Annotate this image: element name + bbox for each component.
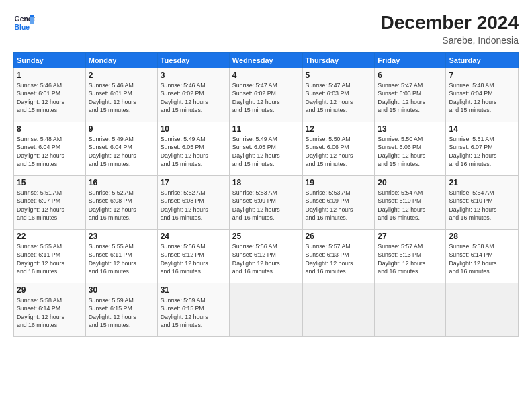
day-info: Sunrise: 5:57 AM Sunset: 6:13 PM Dayligh… <box>378 242 443 275</box>
table-row <box>446 283 519 337</box>
col-thursday: Thursday <box>302 53 375 68</box>
table-row: 30Sunrise: 5:59 AM Sunset: 6:15 PM Dayli… <box>85 283 157 337</box>
table-row: 20Sunrise: 5:54 AM Sunset: 6:10 PM Dayli… <box>375 176 446 230</box>
table-row: 24Sunrise: 5:56 AM Sunset: 6:12 PM Dayli… <box>157 230 229 283</box>
day-number: 29 <box>17 285 83 295</box>
day-info: Sunrise: 5:46 AM Sunset: 6:01 PM Dayligh… <box>17 81 83 114</box>
day-number: 15 <box>17 178 83 187</box>
day-info: Sunrise: 5:54 AM Sunset: 6:10 PM Dayligh… <box>449 189 515 222</box>
day-info: Sunrise: 5:49 AM Sunset: 6:04 PM Dayligh… <box>89 135 154 168</box>
day-info: Sunrise: 5:58 AM Sunset: 6:14 PM Dayligh… <box>449 242 515 275</box>
table-row: 13Sunrise: 5:50 AM Sunset: 6:06 PM Dayli… <box>375 122 446 176</box>
day-number: 28 <box>449 232 515 241</box>
logo: General Blue <box>13 12 35 34</box>
table-row: 14Sunrise: 5:51 AM Sunset: 6:07 PM Dayli… <box>446 122 519 176</box>
day-number: 3 <box>161 71 226 80</box>
day-info: Sunrise: 5:58 AM Sunset: 6:14 PM Dayligh… <box>17 296 83 329</box>
table-row: 5Sunrise: 5:47 AM Sunset: 6:03 PM Daylig… <box>302 68 375 122</box>
day-info: Sunrise: 5:59 AM Sunset: 6:15 PM Dayligh… <box>89 296 154 329</box>
table-row: 12Sunrise: 5:50 AM Sunset: 6:06 PM Dayli… <box>302 122 375 176</box>
table-row: 17Sunrise: 5:52 AM Sunset: 6:08 PM Dayli… <box>157 176 229 230</box>
day-number: 25 <box>232 232 300 241</box>
day-info: Sunrise: 5:52 AM Sunset: 6:08 PM Dayligh… <box>161 189 226 222</box>
day-number: 9 <box>89 124 154 134</box>
day-info: Sunrise: 5:53 AM Sunset: 6:09 PM Dayligh… <box>232 189 300 222</box>
day-info: Sunrise: 5:48 AM Sunset: 6:04 PM Dayligh… <box>449 81 515 114</box>
day-number: 17 <box>161 178 226 187</box>
day-info: Sunrise: 5:50 AM Sunset: 6:06 PM Dayligh… <box>306 135 372 168</box>
col-saturday: Saturday <box>446 53 519 68</box>
day-number: 16 <box>89 178 154 187</box>
day-info: Sunrise: 5:46 AM Sunset: 6:02 PM Dayligh… <box>161 81 226 114</box>
table-row: 31Sunrise: 5:59 AM Sunset: 6:15 PM Dayli… <box>157 283 229 337</box>
table-row: 15Sunrise: 5:51 AM Sunset: 6:07 PM Dayli… <box>14 176 86 230</box>
col-tuesday: Tuesday <box>157 53 229 68</box>
table-row: 21Sunrise: 5:54 AM Sunset: 6:10 PM Dayli… <box>446 176 519 230</box>
day-info: Sunrise: 5:46 AM Sunset: 6:01 PM Dayligh… <box>89 81 154 114</box>
table-row: 8Sunrise: 5:48 AM Sunset: 6:04 PM Daylig… <box>14 122 86 176</box>
day-number: 19 <box>306 178 372 187</box>
day-info: Sunrise: 5:52 AM Sunset: 6:08 PM Dayligh… <box>89 189 154 222</box>
day-number: 21 <box>449 178 515 187</box>
day-info: Sunrise: 5:56 AM Sunset: 6:12 PM Dayligh… <box>232 242 300 275</box>
day-number: 18 <box>232 178 300 187</box>
page: General Blue December 2024 Sarebe, Indon… <box>0 0 532 411</box>
table-row: 2Sunrise: 5:46 AM Sunset: 6:01 PM Daylig… <box>85 68 157 122</box>
table-row: 1Sunrise: 5:46 AM Sunset: 6:01 PM Daylig… <box>14 68 86 122</box>
day-info: Sunrise: 5:48 AM Sunset: 6:04 PM Dayligh… <box>17 135 83 168</box>
day-info: Sunrise: 5:50 AM Sunset: 6:06 PM Dayligh… <box>378 135 443 168</box>
day-number: 23 <box>89 232 154 241</box>
day-number: 10 <box>161 124 226 134</box>
table-row: 27Sunrise: 5:57 AM Sunset: 6:13 PM Dayli… <box>375 230 446 283</box>
day-number: 8 <box>17 124 83 134</box>
day-info: Sunrise: 5:49 AM Sunset: 6:05 PM Dayligh… <box>232 135 300 168</box>
table-row: 28Sunrise: 5:58 AM Sunset: 6:14 PM Dayli… <box>446 230 519 283</box>
day-info: Sunrise: 5:47 AM Sunset: 6:02 PM Dayligh… <box>232 81 300 114</box>
day-info: Sunrise: 5:55 AM Sunset: 6:11 PM Dayligh… <box>89 242 154 275</box>
day-number: 1 <box>17 71 83 80</box>
table-row: 4Sunrise: 5:47 AM Sunset: 6:02 PM Daylig… <box>229 68 302 122</box>
day-number: 4 <box>232 71 300 80</box>
calendar-header-row: Sunday Monday Tuesday Wednesday Thursday… <box>14 53 519 68</box>
table-row: 9Sunrise: 5:49 AM Sunset: 6:04 PM Daylig… <box>85 122 157 176</box>
table-row: 3Sunrise: 5:46 AM Sunset: 6:02 PM Daylig… <box>157 68 229 122</box>
day-number: 2 <box>89 71 154 80</box>
day-info: Sunrise: 5:56 AM Sunset: 6:12 PM Dayligh… <box>161 242 226 275</box>
day-number: 26 <box>306 232 372 241</box>
day-info: Sunrise: 5:57 AM Sunset: 6:13 PM Dayligh… <box>306 242 372 275</box>
table-row: 22Sunrise: 5:55 AM Sunset: 6:11 PM Dayli… <box>14 230 86 283</box>
day-info: Sunrise: 5:51 AM Sunset: 6:07 PM Dayligh… <box>17 189 83 222</box>
main-title: December 2024 <box>381 12 519 34</box>
day-info: Sunrise: 5:47 AM Sunset: 6:03 PM Dayligh… <box>378 81 443 114</box>
table-row: 18Sunrise: 5:53 AM Sunset: 6:09 PM Dayli… <box>229 176 302 230</box>
day-info: Sunrise: 5:59 AM Sunset: 6:15 PM Dayligh… <box>161 296 226 329</box>
day-info: Sunrise: 5:51 AM Sunset: 6:07 PM Dayligh… <box>449 135 515 168</box>
day-info: Sunrise: 5:49 AM Sunset: 6:05 PM Dayligh… <box>161 135 226 168</box>
day-number: 12 <box>306 124 372 134</box>
day-number: 13 <box>378 124 443 134</box>
day-number: 11 <box>232 124 300 134</box>
day-info: Sunrise: 5:54 AM Sunset: 6:10 PM Dayligh… <box>378 189 443 222</box>
svg-marker-3 <box>30 17 34 24</box>
day-number: 14 <box>449 124 515 134</box>
day-number: 27 <box>378 232 443 241</box>
table-row: 16Sunrise: 5:52 AM Sunset: 6:08 PM Dayli… <box>85 176 157 230</box>
col-sunday: Sunday <box>14 53 86 68</box>
day-number: 30 <box>89 285 154 295</box>
header: General Blue December 2024 Sarebe, Indon… <box>13 12 519 46</box>
day-number: 7 <box>449 71 515 80</box>
table-row: 23Sunrise: 5:55 AM Sunset: 6:11 PM Dayli… <box>85 230 157 283</box>
table-row: 26Sunrise: 5:57 AM Sunset: 6:13 PM Dayli… <box>302 230 375 283</box>
table-row <box>375 283 446 337</box>
table-row: 7Sunrise: 5:48 AM Sunset: 6:04 PM Daylig… <box>446 68 519 122</box>
table-row: 29Sunrise: 5:58 AM Sunset: 6:14 PM Dayli… <box>14 283 86 337</box>
day-info: Sunrise: 5:55 AM Sunset: 6:11 PM Dayligh… <box>17 242 83 275</box>
day-number: 6 <box>378 71 443 80</box>
table-row <box>229 283 302 337</box>
svg-text:Blue: Blue <box>15 24 30 31</box>
day-number: 22 <box>17 232 83 241</box>
calendar-table: Sunday Monday Tuesday Wednesday Thursday… <box>13 52 519 337</box>
day-number: 24 <box>161 232 226 241</box>
table-row: 11Sunrise: 5:49 AM Sunset: 6:05 PM Dayli… <box>229 122 302 176</box>
col-wednesday: Wednesday <box>229 53 302 68</box>
